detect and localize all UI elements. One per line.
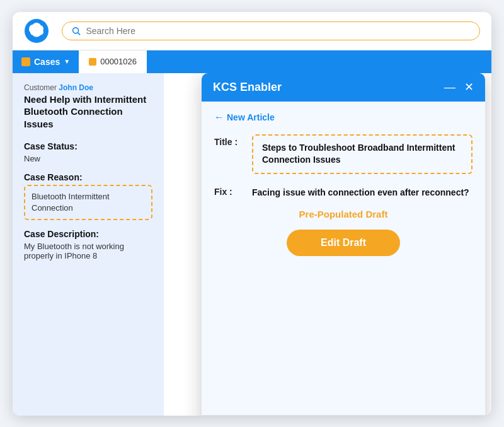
case-status-label: Case Status: [24,141,152,151]
svg-point-6 [33,31,41,37]
left-panel: Customer John Doe Need Help with Intermi… [13,73,164,416]
kcs-modal-body: ← New Article Title : Steps to Troublesh… [202,102,485,415]
article-fix-label: Fix : [214,184,246,197]
svg-line-8 [78,32,81,35]
chevron-down-icon: ▼ [64,58,70,65]
case-description-value: My Bluetooth is not working properly in … [24,242,152,260]
customer-name: John Doe [59,83,93,92]
back-arrow-icon: ← [214,112,224,123]
case-status-value: New [24,154,152,163]
case-reason-value: Bluetooth Intermittent Connection [24,185,152,220]
salesforce-logo [24,18,49,44]
case-number-tab[interactable]: 00001026 [79,50,147,73]
kcs-modal-header: KCS Enabler — ✕ [202,73,485,102]
search-bar[interactable] [62,21,480,40]
close-button[interactable]: ✕ [464,81,474,93]
search-icon [71,26,81,36]
kcs-modal-controls: — ✕ [444,81,474,93]
case-title: Need Help with Intermittent Bluetooth Co… [24,93,152,131]
cases-tab[interactable]: Cases ▼ [13,50,79,73]
cases-tab-label: Cases [34,57,60,67]
edit-draft-button[interactable]: Edit Draft [287,230,400,256]
article-title-value: Steps to Troubleshoot Broadband Intermit… [252,134,472,174]
kcs-modal: KCS Enabler — ✕ ← New Article Title : St… [202,73,485,416]
article-title-row: Title : Steps to Troubleshoot Broadband … [214,134,472,174]
article-fix-value: Facing issue with connection even after … [252,184,472,199]
back-link[interactable]: ← New Article [214,112,472,123]
article-fix-row: Fix : Facing issue with connection even … [214,184,472,199]
header [13,12,491,50]
app-container: Cases ▼ 00001026 Customer John Doe Need … [13,12,491,416]
back-label: New Article [227,112,275,122]
minimize-button[interactable]: — [444,81,455,93]
search-input[interactable] [86,26,471,36]
nav-bar: Cases ▼ 00001026 [13,50,491,73]
kcs-modal-title: KCS Enabler [213,81,282,94]
main-content: Customer John Doe Need Help with Intermi… [13,73,491,416]
article-title-label: Title : [214,134,246,147]
case-number-icon [89,58,96,66]
customer-label: Customer John Doe [24,83,152,92]
kcs-modal-footer: KCS Support Powered by SearhUnify [202,415,485,416]
case-description-label: Case Description: [24,229,152,239]
svg-point-7 [73,27,79,33]
pre-populated-label: Pre-Populated Draft [214,209,472,219]
cases-icon [21,57,30,66]
case-reason-label: Case Reason: [24,172,152,182]
case-number-label: 00001026 [100,57,137,66]
